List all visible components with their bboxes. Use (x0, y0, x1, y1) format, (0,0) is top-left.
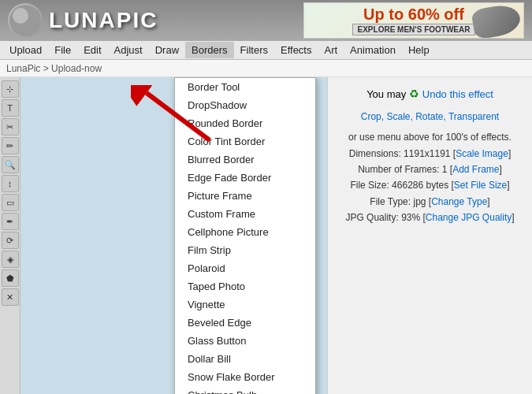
dropdown-polaroid[interactable]: Polaroid (175, 259, 315, 277)
dropdown-color-tint-border[interactable]: Color Tint Border (175, 132, 315, 151)
dropdown-snow-flake-border[interactable]: Snow Flake Border (175, 368, 315, 386)
breadcrumb: LunaPic > Upload-now (0, 60, 532, 77)
main-area: ⊹ T ✂ ✏ 🔍 ↕ ▭ ✒ ⟳ ◈ ⬟ ✕ (0, 77, 532, 394)
dimensions-label: Dimensions: 1191x1191 (349, 148, 451, 159)
dropdown-christmas-bulb[interactable]: Christmas Bulb (175, 386, 315, 394)
filesize-label: File Size: 466286 bytes (350, 180, 448, 191)
ad-banner-subtitle: EXPLORE MEN'S FOOTWEAR (352, 24, 476, 35)
tool-pencil[interactable]: ✏ (2, 137, 19, 154)
menu-help[interactable]: Help (402, 42, 436, 58)
filesize-line: File Size: 466286 bytes [Set File Size] (337, 177, 523, 193)
tool-zoom[interactable]: 🔍 (2, 156, 19, 173)
svg-point-1 (13, 8, 28, 24)
jpgquality-line: JPG Quality: 93% [Change JPG Quality] (337, 210, 523, 225)
tool-rotate[interactable]: ⟳ (2, 232, 19, 249)
menu-filters[interactable]: Filters (234, 42, 274, 58)
breadcrumb-text: LunaPic > Upload-now (6, 63, 102, 74)
tool-shape[interactable]: ⬟ (2, 269, 19, 287)
menu-upload[interactable]: Upload (3, 42, 48, 58)
logo-icon (8, 3, 43, 38)
dropdown-film-strip[interactable]: Film Strip (175, 241, 315, 259)
canvas-area: Border Tool DropShadow Rounded Border Co… (20, 77, 327, 394)
dropdown-menu: Border Tool DropShadow Rounded Border Co… (174, 77, 316, 394)
logo-text: LUNAPIC (49, 8, 158, 33)
dropdown-blurred-border[interactable]: Blurred Border (175, 151, 315, 169)
dropdown-beveled-edge[interactable]: Beveled Edge (175, 314, 315, 332)
jpgquality-label: JPG Quality: 93% (345, 212, 420, 223)
dropdown-border-tool[interactable]: Border Tool (175, 78, 315, 96)
menu-adjust[interactable]: Adjust (108, 42, 149, 58)
tool-close[interactable]: ✕ (2, 288, 19, 306)
tool-move[interactable]: ↕ (2, 175, 19, 192)
menu-edit[interactable]: Edit (77, 42, 107, 58)
menu-file[interactable]: File (48, 42, 77, 58)
menu-effects[interactable]: Effects (274, 42, 318, 58)
filetype-label: File Type: jpg (370, 196, 426, 207)
ad-banner[interactable]: Up to 60% off EXPLORE MEN'S FOOTWEAR (303, 2, 524, 39)
crop-subtext: or use menu above for 100's of effects. (337, 129, 523, 145)
frames-label: Number of Frames: 1 (358, 164, 447, 175)
dropdown-edge-fade-border[interactable]: Edge Fade Border (175, 169, 315, 187)
logo-area: LUNAPIC (8, 3, 158, 38)
dropdown-cellphone-picture[interactable]: Cellphone Picture (175, 223, 315, 241)
undo-line: You may ♻ Undo this effect (337, 85, 523, 104)
undo-prefix: You may (366, 88, 406, 100)
set-filesize-link[interactable]: Set File Size (454, 180, 507, 191)
tool-text[interactable]: T (2, 99, 19, 117)
crop-link[interactable]: Crop, Scale, Rotate, Transparent (361, 111, 499, 122)
tool-select[interactable]: ⊹ (2, 80, 19, 98)
tool-fill[interactable]: ◈ (2, 251, 19, 268)
dropdown-vignette[interactable]: Vignette (175, 296, 315, 314)
change-type-link[interactable]: Change Type (431, 196, 487, 207)
filetype-line: File Type: jpg [Change Type] (337, 194, 523, 210)
add-frame-link[interactable]: Add Frame (452, 164, 499, 175)
ad-shoe-image (471, 2, 523, 39)
change-jpgquality-link[interactable]: Change JPG Quality (426, 212, 512, 223)
menu-borders[interactable]: Borders (185, 42, 234, 58)
tool-rect[interactable]: ▭ (2, 194, 19, 211)
frames-line: Number of Frames: 1 [Add Frame] (337, 162, 523, 177)
tool-cut[interactable]: ✂ (2, 118, 19, 136)
scale-image-link[interactable]: Scale Image (456, 148, 508, 159)
dropdown-dropshadow[interactable]: DropShadow (175, 96, 315, 114)
dropdown-glass-button[interactable]: Glass Button (175, 332, 315, 350)
dropdown-dollar-bill[interactable]: Dollar Bill (175, 350, 315, 368)
left-toolbar: ⊹ T ✂ ✏ 🔍 ↕ ▭ ✒ ⟳ ◈ ⬟ ✕ (0, 77, 20, 394)
undo-link[interactable]: Undo this effect (422, 88, 493, 100)
dropdown-taped-photo[interactable]: Taped Photo (175, 277, 315, 296)
menubar: Upload File Edit Adjust Draw Borders Fil… (0, 41, 532, 60)
menu-animation[interactable]: Animation (344, 42, 402, 58)
info-panel: You may ♻ Undo this effect Crop, Scale, … (327, 77, 532, 394)
crop-links: Crop, Scale, Rotate, Transparent (337, 109, 523, 125)
dropdown-rounded-border[interactable]: Rounded Border (175, 114, 315, 132)
dropdown-custom-frame[interactable]: Custom Frame (175, 205, 315, 223)
tool-brush[interactable]: ✒ (2, 213, 19, 230)
menu-art[interactable]: Art (318, 42, 344, 58)
dimensions-line: Dimensions: 1191x1191 [Scale Image] (337, 146, 523, 162)
dropdown-picture-frame[interactable]: Picture Frame (175, 187, 315, 205)
menu-draw[interactable]: Draw (149, 42, 185, 58)
undo-icon: ♻ (409, 87, 422, 100)
ad-banner-title: Up to 60% off (363, 6, 464, 24)
header-banner: LUNAPIC Up to 60% off EXPLORE MEN'S FOOT… (0, 0, 532, 41)
